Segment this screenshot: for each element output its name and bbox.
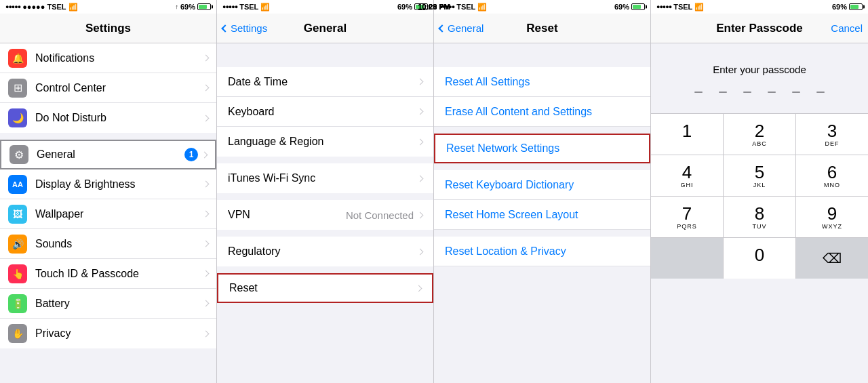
reset-location-button[interactable]: Reset Location & Privacy	[434, 237, 650, 266]
key-8[interactable]: 8 TUV	[724, 197, 796, 237]
reset-homescreen-label: Reset Home Screen Layout	[445, 209, 578, 221]
sounds-label: Sounds	[35, 238, 203, 250]
key-5[interactable]: 5 JKL	[724, 155, 796, 196]
passcode-dots	[694, 92, 825, 93]
chevron-right-icon	[417, 108, 424, 115]
chevron-right-icon	[203, 330, 210, 337]
chevron-right-icon	[201, 151, 208, 158]
reset-section-3: Reset Keyboard Dictionary Reset Home Scr…	[434, 170, 650, 230]
reset-section-4: Reset Location & Privacy	[434, 237, 650, 266]
general-item-regulatory[interactable]: Regulatory	[217, 237, 433, 266]
key-delete[interactable]: ⌫	[796, 238, 868, 279]
key-3[interactable]: 3 DEF	[796, 114, 868, 155]
dot-1	[694, 92, 703, 93]
privacy-icon: ✋	[8, 324, 27, 343]
privacy-label: Privacy	[35, 327, 203, 340]
vpn-value: Not Connected	[346, 209, 414, 221]
reset-network-button[interactable]: Reset Network Settings	[434, 134, 650, 163]
touch-id-icon: 👆	[8, 264, 27, 283]
wallpaper-label: Wallpaper	[35, 208, 203, 220]
control-center-icon: ⊞	[8, 79, 27, 98]
language-label: Language & Region	[228, 136, 418, 148]
chevron-right-icon	[203, 85, 210, 92]
top-spacer-2	[434, 43, 650, 67]
sidebar-item-battery[interactable]: 🔋 Battery	[0, 289, 216, 319]
passcode-nav-bar: Enter Passcode Cancel	[651, 14, 868, 43]
date-time-label: Date & Time	[228, 76, 418, 88]
status-bar-4: ●●●●● TSEL 📶 10:29 PM 69%	[651, 0, 868, 14]
key-6[interactable]: 6 MNO	[796, 155, 868, 196]
key-9[interactable]: 9 WXYZ	[796, 197, 868, 237]
battery-percent: 69%	[180, 3, 195, 11]
erase-all-button[interactable]: Erase All Content and Settings	[434, 97, 650, 127]
carrier-name-3: TSEL	[456, 3, 475, 11]
general-section-5: Reset	[217, 273, 433, 303]
display-label: Display & Brightness	[35, 178, 203, 190]
settings-group-2: ⚙ General 1 AA Display & Brightness 🖼 Wa…	[0, 140, 216, 348]
key-4[interactable]: 4 GHI	[651, 155, 724, 196]
general-item-itunes[interactable]: iTunes Wi-Fi Sync	[217, 163, 433, 193]
carrier-signal-4: ●●●●●	[656, 3, 671, 10]
chevron-right-icon	[417, 79, 424, 85]
status-bar-1: ●●●●● ●●●●● TSEL 📶 10:28 PM ↑ 69%	[0, 0, 216, 14]
key-1[interactable]: 1	[651, 114, 724, 155]
general-item-vpn[interactable]: VPN Not Connected	[217, 200, 433, 230]
wifi-icon-3: 📶	[477, 3, 487, 12]
general-back-button[interactable]: Settings	[222, 22, 267, 34]
reset-all-settings-button[interactable]: Reset All Settings	[434, 67, 650, 97]
sidebar-item-notifications[interactable]: 🔔 Notifications	[0, 43, 216, 73]
sidebar-item-wallpaper[interactable]: 🖼 Wallpaper	[0, 199, 216, 229]
battery-percent-3: 69%	[614, 3, 629, 11]
chevron-right-icon	[203, 241, 210, 247]
battery-label: Battery	[35, 298, 203, 310]
sidebar-item-do-not-disturb[interactable]: 🌙 Do Not Disturb	[0, 103, 216, 133]
wifi-icon-4: 📶	[694, 3, 704, 12]
general-item-language[interactable]: Language & Region	[217, 127, 433, 157]
reset-keyboard-button[interactable]: Reset Keyboard Dictionary	[434, 170, 650, 200]
general-item-reset[interactable]: Reset	[217, 273, 433, 303]
battery-percent-2: 69%	[397, 3, 412, 11]
reset-homescreen-button[interactable]: Reset Home Screen Layout	[434, 200, 650, 230]
reset-list: Reset All Settings Erase All Content and…	[434, 43, 650, 383]
signal-arrow: ↑	[175, 3, 178, 10]
dot-6	[816, 92, 825, 93]
general-title: General	[304, 22, 347, 35]
notifications-label: Notifications	[35, 52, 203, 64]
sidebar-item-display[interactable]: AA Display & Brightness	[0, 169, 216, 199]
sidebar-item-privacy[interactable]: ✋ Privacy	[0, 319, 216, 348]
general-icon: ⚙	[9, 145, 28, 164]
battery-settings-icon: 🔋	[8, 294, 27, 313]
general-item-keyboard[interactable]: Keyboard	[217, 97, 433, 127]
spacer-5	[217, 266, 433, 273]
passcode-content: Enter your passcode 1 2 ABC 3	[651, 43, 868, 383]
display-icon: AA	[8, 175, 27, 194]
chevron-right-icon	[417, 211, 424, 218]
key-2[interactable]: 2 ABC	[724, 114, 796, 155]
spacer-6	[217, 303, 433, 310]
chevron-right-icon	[203, 115, 210, 121]
sidebar-item-general[interactable]: ⚙ General 1	[0, 140, 216, 169]
chevron-right-icon	[416, 285, 422, 291]
key-0[interactable]: 0	[724, 238, 796, 279]
carrier-signal-2: ●●●●●	[222, 3, 237, 10]
reset-keyboard-label: Reset Keyboard Dictionary	[445, 179, 574, 191]
sidebar-item-sounds[interactable]: 🔊 Sounds	[0, 229, 216, 259]
reset-section-1: Reset All Settings Erase All Content and…	[434, 67, 650, 127]
settings-list: 🔔 Notifications ⊞ Control Center 🌙 Do No…	[0, 43, 216, 383]
general-item-date-time[interactable]: Date & Time	[217, 67, 433, 97]
reset-back-button[interactable]: General	[439, 22, 484, 34]
do-not-disturb-label: Do Not Disturb	[35, 112, 203, 124]
general-section-3: VPN Not Connected	[217, 200, 433, 230]
sidebar-item-control-center[interactable]: ⊞ Control Center	[0, 73, 216, 103]
touch-id-label: Touch ID & Passcode	[35, 268, 203, 280]
back-chevron-icon-2	[438, 24, 446, 32]
chevron-right-icon	[203, 300, 210, 307]
passcode-cancel-button[interactable]: Cancel	[831, 22, 863, 34]
keypad-row-4: 0 ⌫	[651, 238, 868, 279]
sidebar-item-touch-id[interactable]: 👆 Touch ID & Passcode	[0, 259, 216, 289]
reset-section-2: Reset Network Settings	[434, 134, 650, 163]
battery-icon-4	[849, 3, 863, 10]
back-label-2: General	[448, 22, 484, 34]
settings-title: Settings	[85, 22, 131, 35]
key-7[interactable]: 7 PQRS	[651, 197, 724, 237]
